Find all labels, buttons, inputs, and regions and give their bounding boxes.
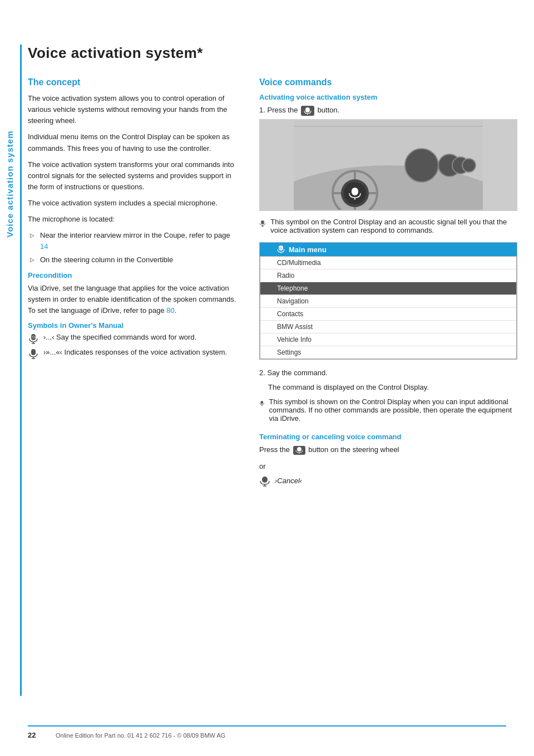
menu-mic-icon: ))) xyxy=(276,245,285,254)
menu-item-navigation: Navigation xyxy=(260,295,516,308)
svg-rect-7 xyxy=(305,107,310,112)
voice-button-icon-2 xyxy=(293,446,305,455)
right-column: Voice commands Activating voice activati… xyxy=(259,77,517,487)
mic-icon-4 xyxy=(259,397,265,409)
svg-text:))): ))) xyxy=(279,247,282,249)
svg-text:)))): )))) xyxy=(32,335,36,338)
bullet-2: On the steering column in the Convertibl… xyxy=(30,254,239,266)
voice-button-icon-1 xyxy=(301,106,314,116)
car-placeholder xyxy=(260,120,517,210)
symbol1-box: )))) ›...‹ Say the specified commands wo… xyxy=(28,333,239,344)
step2-detail: The command is displayed on the Control … xyxy=(268,382,517,393)
symbol-description: This symbol on the Control Display and a… xyxy=(270,218,517,234)
terminating-title: Terminating or canceling voice command xyxy=(259,433,517,441)
sidebar-label: Voice activation system xyxy=(0,67,20,301)
concept-para-3: The voice activation system transforms y… xyxy=(28,159,239,193)
concept-para-1: The voice activation system allows you t… xyxy=(28,93,239,126)
symbol2-text: ›»...«‹ Indicates responses of the voice… xyxy=(43,348,227,356)
menu-item-vehicle-info: Vehicle Info xyxy=(260,333,516,346)
footer-text: Online Edition for Part no. 01 41 2 602 … xyxy=(56,732,225,739)
menu-item-cd: CD/Multimedia xyxy=(260,257,516,269)
step1-text: 1. Press the button. xyxy=(259,105,517,116)
page-link-80[interactable]: 80 xyxy=(166,306,174,315)
svg-text:)): )) xyxy=(263,221,264,223)
step2-symbol-text: This symbol is shown on the Control Disp… xyxy=(269,397,517,423)
menu-item-telephone: Telephone xyxy=(260,282,516,295)
left-accent-bar xyxy=(20,45,22,696)
precondition-text: Via iDrive, set the language that applie… xyxy=(28,283,239,316)
left-column: The concept The voice activation system … xyxy=(28,77,239,487)
menu-header: ))) Main menu xyxy=(260,243,517,256)
page-title: Voice activation system* xyxy=(28,45,517,62)
car-image xyxy=(259,119,517,211)
svg-text:((: (( xyxy=(260,221,261,223)
svg-rect-4 xyxy=(31,349,36,355)
activating-title: Activating voice activation system xyxy=(259,93,517,101)
cancel-command: ›Cancel‹ xyxy=(275,477,302,485)
concept-para-2: Individual menu items on the Control Dis… xyxy=(28,131,239,154)
svg-point-21 xyxy=(405,149,438,182)
mic-icon-1: )))) xyxy=(28,333,39,344)
page-link-14[interactable]: 14 xyxy=(40,242,48,251)
menu-item-contacts: Contacts xyxy=(260,308,516,321)
microphone-located: The microphone is located: xyxy=(28,214,239,225)
bullet-1: Near the interior rearview mirror in the… xyxy=(30,230,239,252)
precondition-title: Precondition xyxy=(28,271,239,279)
svg-rect-39 xyxy=(262,477,268,483)
main-content: Voice activation system* The concept The… xyxy=(28,45,517,487)
footer: 22 Online Edition for Part no. 01 41 2 6… xyxy=(28,725,506,739)
menu-item-settings: Settings xyxy=(260,346,516,359)
terminating-or: or xyxy=(259,461,517,472)
symbols-title: Symbols in Owner's Manual xyxy=(28,321,239,330)
menu-image: ))) Main menu CD/Multimedia Radio Teleph… xyxy=(259,242,517,360)
svg-point-24 xyxy=(462,159,476,172)
concept-section-title: The concept xyxy=(28,77,239,87)
step2-symbol-box: This symbol is shown on the Control Disp… xyxy=(259,397,517,423)
terminating-text: Press the button on the steering wheel xyxy=(259,444,517,455)
menu-items-list: CD/Multimedia Radio Telephone Navigation… xyxy=(260,256,517,359)
page-number: 22 xyxy=(28,731,44,739)
menu-item-bmw-assist: BMW Assist xyxy=(260,321,516,333)
symbol2-box: ›»...«‹ Indicates responses of the voice… xyxy=(28,348,239,359)
voice-commands-title: Voice commands xyxy=(259,77,517,87)
cancel-box: ›Cancel‹ xyxy=(259,475,517,487)
menu-item-radio: Radio xyxy=(260,269,516,282)
car-illustration xyxy=(294,121,483,210)
symbol1-text: ›...‹ Say the specified commands word fo… xyxy=(43,333,196,341)
symbol-desc-box: (( )) This symbol on the Control Display… xyxy=(259,218,517,234)
mic-icon-5 xyxy=(259,475,270,487)
microphone-bullets: Near the interior rearview mirror in the… xyxy=(30,230,239,266)
two-column-layout: The concept The voice activation system … xyxy=(28,77,517,487)
svg-rect-34 xyxy=(260,401,263,404)
step2-label: 2. Say the command. xyxy=(259,367,517,379)
svg-rect-19 xyxy=(352,188,358,195)
concept-para-4: The voice activation system includes a s… xyxy=(28,198,239,209)
svg-rect-37 xyxy=(297,447,301,451)
mic-icon-2 xyxy=(28,348,39,359)
mic-icon-3: (( )) xyxy=(259,218,266,229)
